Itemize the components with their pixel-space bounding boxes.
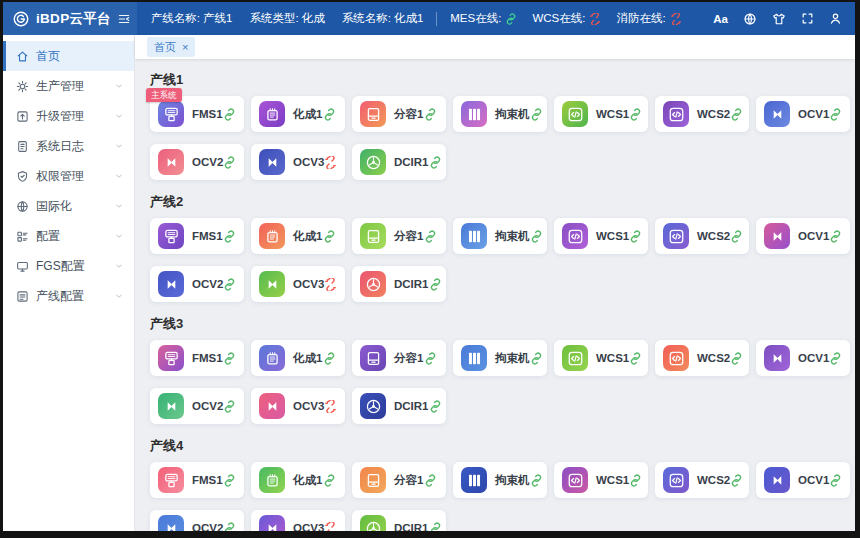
- device-card[interactable]: 分容1: [352, 96, 446, 132]
- device-card[interactable]: 主系统FMS1: [150, 96, 244, 132]
- tab-home[interactable]: 首页×: [147, 37, 195, 57]
- link-icon[interactable]: [223, 108, 236, 121]
- device-card[interactable]: DCIR1: [352, 144, 446, 180]
- device-card[interactable]: WCS2: [655, 218, 749, 254]
- device-card[interactable]: OCV3: [251, 388, 345, 424]
- link-icon[interactable]: [429, 522, 442, 532]
- link-icon[interactable]: [629, 474, 642, 487]
- link-icon[interactable]: [530, 230, 543, 243]
- link-icon[interactable]: [223, 230, 236, 243]
- device-card[interactable]: OCV1: [756, 462, 850, 498]
- user-icon[interactable]: [829, 12, 842, 25]
- link-icon[interactable]: [829, 230, 842, 243]
- link-icon[interactable]: [424, 230, 437, 243]
- sidebar-item-permission[interactable]: 权限管理: [3, 161, 134, 191]
- swap-icon: [764, 467, 790, 493]
- language-icon[interactable]: [743, 12, 757, 26]
- sidebar-item-log[interactable]: 系统日志: [3, 131, 134, 161]
- sidebar-item-config[interactable]: 配置: [3, 221, 134, 251]
- device-card[interactable]: 化成1: [251, 462, 345, 498]
- link-icon[interactable]: [629, 230, 642, 243]
- device-card[interactable]: OCV2: [150, 510, 244, 531]
- link-icon[interactable]: [424, 108, 437, 121]
- machine-icon: [158, 345, 184, 371]
- device-card[interactable]: 分容1: [352, 462, 446, 498]
- link-icon[interactable]: [323, 230, 336, 243]
- link-off-icon[interactable]: [324, 400, 337, 413]
- link-icon[interactable]: [323, 352, 336, 365]
- link-icon[interactable]: [829, 108, 842, 121]
- theme-icon[interactable]: [772, 12, 786, 26]
- link-icon[interactable]: [730, 230, 743, 243]
- link-icon[interactable]: [730, 352, 743, 365]
- sidebar-item-globe[interactable]: 国际化: [3, 191, 134, 221]
- font-size-icon[interactable]: Aa: [713, 13, 728, 25]
- device-card[interactable]: 拘束机: [453, 462, 547, 498]
- device-card[interactable]: OCV2: [150, 144, 244, 180]
- link-icon[interactable]: [223, 400, 236, 413]
- device-card[interactable]: WCS1: [554, 218, 648, 254]
- link-icon[interactable]: [323, 108, 336, 121]
- device-card[interactable]: OCV2: [150, 388, 244, 424]
- sidebar-item-lineconfig[interactable]: 产线配置: [3, 281, 134, 311]
- sidebar-item-upgrade[interactable]: 升级管理: [3, 101, 134, 131]
- sidebar-item-home[interactable]: 首页: [3, 41, 134, 71]
- device-card[interactable]: WCS1: [554, 340, 648, 376]
- link-icon[interactable]: [730, 474, 743, 487]
- link-icon[interactable]: [429, 156, 442, 169]
- device-card[interactable]: WCS2: [655, 96, 749, 132]
- device-name: FMS1: [192, 474, 223, 486]
- link-icon[interactable]: [629, 352, 642, 365]
- link-icon[interactable]: [424, 352, 437, 365]
- device-card[interactable]: WCS2: [655, 462, 749, 498]
- device-card[interactable]: WCS1: [554, 96, 648, 132]
- link-icon[interactable]: [223, 522, 236, 532]
- link-icon[interactable]: [429, 278, 442, 291]
- device-card[interactable]: FMS1: [150, 218, 244, 254]
- link-icon[interactable]: [223, 352, 236, 365]
- device-card[interactable]: 化成1: [251, 340, 345, 376]
- tab-close-icon[interactable]: ×: [182, 42, 188, 53]
- device-card[interactable]: DCIR1: [352, 388, 446, 424]
- link-icon[interactable]: [429, 400, 442, 413]
- device-card[interactable]: FMS1: [150, 340, 244, 376]
- device-card[interactable]: DCIR1: [352, 266, 446, 302]
- device-card[interactable]: OCV1: [756, 96, 850, 132]
- device-card[interactable]: 拘束机: [453, 340, 547, 376]
- device-card[interactable]: WCS2: [655, 340, 749, 376]
- link-icon[interactable]: [530, 108, 543, 121]
- link-icon[interactable]: [629, 108, 642, 121]
- link-off-icon[interactable]: [324, 522, 337, 532]
- device-card[interactable]: 化成1: [251, 96, 345, 132]
- device-card[interactable]: 分容1: [352, 218, 446, 254]
- link-off-icon[interactable]: [324, 278, 337, 291]
- link-icon[interactable]: [730, 108, 743, 121]
- device-card[interactable]: OCV1: [756, 340, 850, 376]
- link-icon[interactable]: [223, 474, 236, 487]
- link-icon[interactable]: [424, 474, 437, 487]
- link-icon[interactable]: [829, 352, 842, 365]
- device-card[interactable]: OCV1: [756, 218, 850, 254]
- device-card[interactable]: DCIR1: [352, 510, 446, 531]
- device-card[interactable]: 分容1: [352, 340, 446, 376]
- fullscreen-icon[interactable]: [801, 12, 814, 25]
- device-card[interactable]: 化成1: [251, 218, 345, 254]
- sidebar-item-fgs[interactable]: FGS配置: [3, 251, 134, 281]
- menu-fold-icon[interactable]: [117, 12, 131, 26]
- link-icon[interactable]: [223, 156, 236, 169]
- link-icon[interactable]: [530, 352, 543, 365]
- link-off-icon[interactable]: [324, 156, 337, 169]
- link-icon[interactable]: [223, 278, 236, 291]
- link-icon[interactable]: [530, 474, 543, 487]
- device-card[interactable]: OCV3: [251, 266, 345, 302]
- device-card[interactable]: OCV3: [251, 144, 345, 180]
- link-icon[interactable]: [323, 474, 336, 487]
- device-card[interactable]: WCS1: [554, 462, 648, 498]
- device-card[interactable]: 拘束机: [453, 96, 547, 132]
- device-card[interactable]: OCV2: [150, 266, 244, 302]
- link-icon[interactable]: [829, 474, 842, 487]
- device-card[interactable]: 拘束机: [453, 218, 547, 254]
- device-card[interactable]: FMS1: [150, 462, 244, 498]
- sidebar-item-production[interactable]: 生产管理: [3, 71, 134, 101]
- device-card[interactable]: OCV3: [251, 510, 345, 531]
